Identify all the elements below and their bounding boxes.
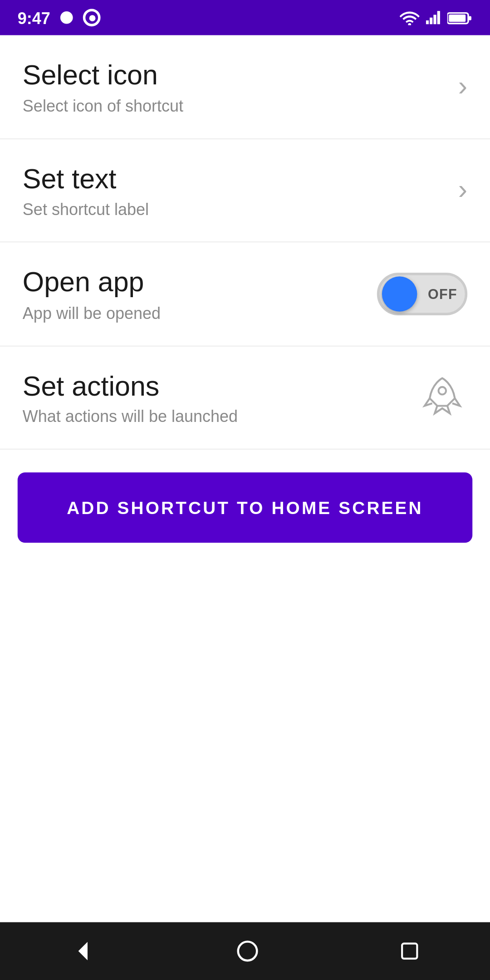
svg-rect-3 — [433, 15, 436, 24]
set-text-item[interactable]: Set text Set shortcut label › — [0, 139, 490, 243]
svg-rect-7 — [449, 14, 466, 21]
set-text-subtitle: Set shortcut label — [23, 200, 446, 219]
set-actions-content: Set actions What actions will be launche… — [23, 369, 405, 426]
svg-rect-4 — [437, 11, 440, 24]
select-icon-title: Select icon — [23, 58, 446, 93]
back-button[interactable] — [57, 925, 109, 977]
status-right — [400, 10, 473, 25]
set-text-content: Set text Set shortcut label — [23, 162, 446, 219]
toggle-container: OFF — [377, 273, 467, 315]
set-actions-title: Set actions — [23, 369, 405, 405]
set-text-title: Set text — [23, 162, 446, 197]
svg-marker-9 — [78, 942, 88, 960]
status-ring-icon — [83, 9, 101, 26]
svg-rect-11 — [402, 944, 417, 959]
battery-icon — [447, 11, 472, 24]
open-app-content: Open app App will be opened — [23, 265, 364, 323]
select-icon-content: Select icon Select icon of shortcut — [23, 58, 446, 115]
status-circle-icon — [60, 11, 73, 24]
svg-point-0 — [408, 23, 411, 25]
main-content: Select icon Select icon of shortcut › Se… — [0, 35, 490, 922]
svg-rect-6 — [469, 15, 471, 20]
open-app-toggle[interactable]: OFF — [377, 273, 467, 315]
set-actions-item[interactable]: Set actions What actions will be launche… — [0, 347, 490, 451]
back-icon — [69, 937, 97, 965]
status-bar: 9:47 — [0, 0, 490, 35]
open-app-item[interactable]: Open app App will be opened OFF — [0, 243, 490, 347]
select-icon-subtitle: Select icon of shortcut — [23, 96, 446, 115]
select-icon-item[interactable]: Select icon Select icon of shortcut › — [0, 35, 490, 139]
svg-rect-1 — [426, 20, 429, 24]
svg-point-8 — [438, 387, 446, 394]
signal-icon — [426, 10, 441, 25]
status-time: 9:47 — [18, 8, 50, 27]
home-button[interactable] — [222, 926, 273, 976]
chevron-right-icon-2: › — [458, 174, 467, 206]
set-actions-subtitle: What actions will be launched — [23, 407, 405, 426]
recent-icon — [398, 940, 421, 962]
nav-bar — [0, 922, 490, 980]
chevron-right-icon: › — [458, 70, 467, 103]
add-shortcut-button[interactable]: ADD SHORTCUT TO HOME SCREEN — [18, 473, 472, 543]
rocket-icon — [417, 370, 467, 421]
menu-list: Select icon Select icon of shortcut › Se… — [0, 35, 490, 451]
toggle-label: OFF — [428, 286, 457, 301]
status-left: 9:47 — [18, 8, 101, 27]
rocket-container — [417, 370, 467, 426]
svg-point-10 — [238, 942, 257, 961]
recent-button[interactable] — [386, 927, 433, 975]
home-icon — [235, 939, 260, 964]
wifi-icon — [400, 10, 420, 25]
toggle-knob — [382, 276, 417, 312]
open-app-subtitle: App will be opened — [23, 304, 364, 323]
svg-rect-2 — [430, 18, 432, 24]
open-app-title: Open app — [23, 265, 364, 301]
